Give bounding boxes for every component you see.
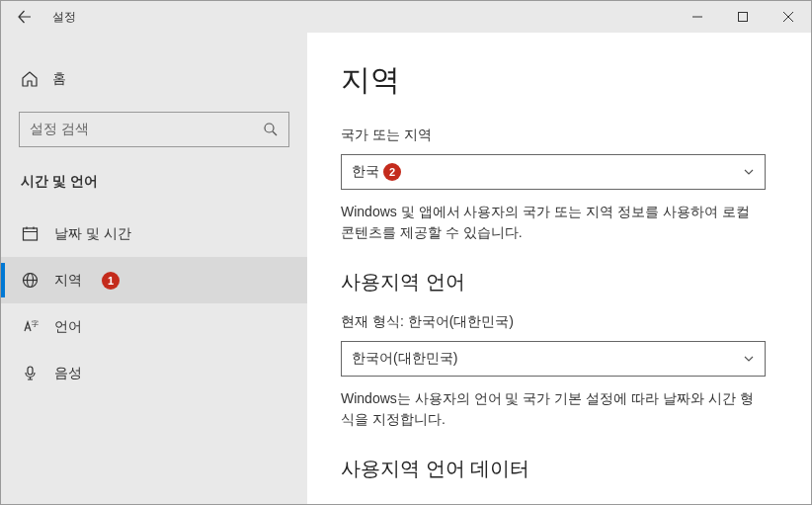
sidebar-section-header: 시간 및 언어 <box>1 161 307 205</box>
home-label: 홈 <box>52 70 66 88</box>
search-input[interactable]: 설정 검색 <box>19 112 289 147</box>
sidebar-item-datetime[interactable]: 날짜 및 시간 <box>1 210 307 257</box>
main-area: 홈 설정 검색 시간 및 언어 날짜 및 시간 지역 1 <box>1 33 811 504</box>
country-setting-group: 국가 또는 지역 한국 2 Windows 및 앱에서 사용자의 국가 또는 지… <box>341 126 777 243</box>
titlebar: 설정 <box>1 1 811 33</box>
svg-point-1 <box>265 124 274 132</box>
nav-list: 날짜 및 시간 지역 1 字 언어 음 <box>1 210 307 396</box>
language-icon: 字 <box>21 318 39 336</box>
chevron-down-icon <box>743 353 755 365</box>
current-format-label: 현재 형식: 한국어(대한민국) <box>341 313 777 331</box>
svg-rect-2 <box>23 228 37 240</box>
sidebar-item-language[interactable]: 字 언어 <box>1 303 307 350</box>
titlebar-left: 설정 <box>1 1 76 33</box>
globe-icon <box>21 272 39 290</box>
sidebar: 홈 설정 검색 시간 및 언어 날짜 및 시간 지역 1 <box>1 33 307 504</box>
regional-data-title: 사용지역 언어 데이터 <box>341 456 777 482</box>
regional-format-value: 한국어(대한민국) <box>352 350 743 368</box>
country-dropdown-value: 한국 <box>352 163 379 181</box>
close-icon <box>783 12 793 22</box>
regional-format-title: 사용지역 언어 <box>341 269 777 295</box>
calendar-icon <box>21 225 39 243</box>
regional-data-group: 지역에서 지원하는 달력, 날짜 및 시간 형식 간에 전환하려면 [데이터 형… <box>341 500 777 504</box>
step-badge-1: 1 <box>102 272 120 290</box>
regional-format-dropdown[interactable]: 한국어(대한민국) <box>341 341 766 377</box>
country-description: Windows 및 앱에서 사용자의 국가 또는 지역 정보를 사용하여 로컬 … <box>341 202 766 243</box>
content-area: 지역 국가 또는 지역 한국 2 Windows 및 앱에서 사용자의 국가 또… <box>307 33 811 504</box>
country-label: 국가 또는 지역 <box>341 126 777 144</box>
svg-rect-6 <box>28 367 33 375</box>
country-dropdown[interactable]: 한국 2 <box>341 154 766 190</box>
step-badge-2: 2 <box>383 163 401 181</box>
regional-format-group: 현재 형식: 한국어(대한민국) 한국어(대한민국) Windows는 사용자의… <box>341 313 777 430</box>
svg-text:字: 字 <box>32 320 39 327</box>
chevron-down-icon <box>743 166 755 178</box>
home-button[interactable]: 홈 <box>1 60 307 98</box>
sidebar-item-label: 날짜 및 시간 <box>54 225 131 243</box>
sidebar-item-label: 지역 <box>54 272 82 290</box>
sidebar-item-speech[interactable]: 음성 <box>1 350 307 396</box>
sidebar-item-region[interactable]: 지역 1 <box>1 257 307 303</box>
back-button[interactable] <box>9 1 41 33</box>
regional-data-description: 지역에서 지원하는 달력, 날짜 및 시간 형식 간에 전환하려면 [데이터 형… <box>341 500 766 504</box>
window-controls <box>675 1 811 33</box>
home-icon <box>21 70 39 88</box>
search-icon <box>263 122 279 137</box>
sidebar-item-label: 언어 <box>54 318 82 336</box>
minimize-button[interactable] <box>675 1 720 33</box>
close-button[interactable] <box>766 1 811 33</box>
window-title: 설정 <box>52 9 76 26</box>
page-title: 지역 <box>341 60 777 101</box>
maximize-icon <box>738 12 748 22</box>
svg-rect-0 <box>739 13 748 22</box>
search-placeholder: 설정 검색 <box>30 121 263 138</box>
regional-format-description: Windows는 사용자의 언어 및 국가 기본 설정에 따라 날짜와 시간 형… <box>341 388 766 430</box>
minimize-icon <box>692 12 702 22</box>
microphone-icon <box>21 365 39 382</box>
arrow-left-icon <box>17 9 33 25</box>
sidebar-item-label: 음성 <box>54 365 82 382</box>
maximize-button[interactable] <box>720 1 766 33</box>
